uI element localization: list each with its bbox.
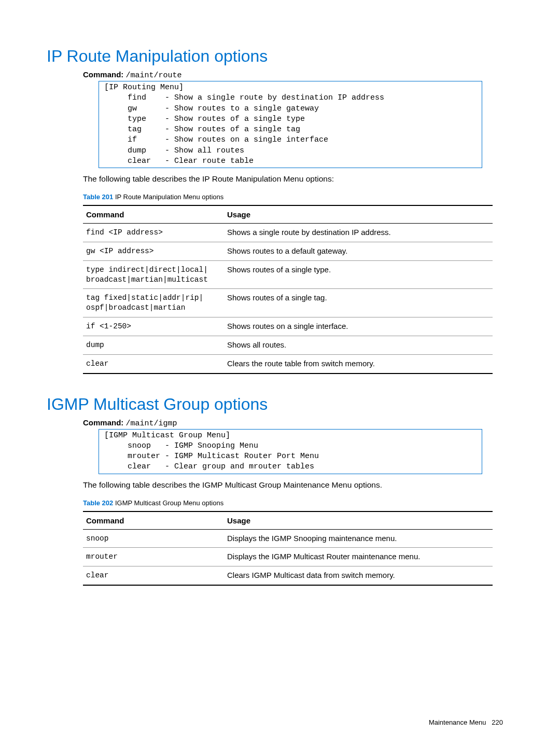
footer: Maintenance Menu 220 [429, 718, 503, 726]
command-path-1: /maint/route [126, 71, 182, 80]
table-caption-text-202: IGMP Multicast Group Menu options [113, 499, 223, 507]
table-row: type indirect|direct|local| broadcast|ma… [83, 260, 493, 289]
footer-text: Maintenance Menu [429, 718, 486, 726]
cell-usage: Shows all routes. [224, 336, 493, 354]
table-caption-202: Table 202 IGMP Multicast Group Menu opti… [83, 499, 513, 507]
table-row: if <1-250> Shows routes on a single inte… [83, 317, 493, 336]
cell-usage: Shows routes of a single type. [224, 260, 493, 289]
table-number-202: Table 202 [83, 499, 113, 507]
table-header-row: Command Usage [83, 205, 493, 224]
cell-usage: Shows routes on a single interface. [224, 317, 493, 336]
cell-command: snoop [83, 529, 224, 548]
table-row: snoop Displays the IGMP Snooping mainten… [83, 529, 493, 548]
cell-command: dump [83, 336, 224, 354]
page-container: IP Route Manipulation options Command: /… [0, 0, 560, 747]
cell-command: type indirect|direct|local| broadcast|ma… [83, 260, 224, 289]
section-title-igmp: IGMP Multicast Group options [47, 395, 513, 414]
col-header-usage: Usage [224, 205, 493, 224]
menu-box-igmp: [IGMP Multicast Group Menu] snoop - IGMP… [99, 429, 482, 474]
command-path-2: /maint/igmp [126, 419, 177, 428]
command-line-1: Command: /maint/route [83, 70, 513, 80]
table-ip-route-options: Command Usage find <IP address> Shows a … [83, 205, 493, 374]
cell-command: tag fixed|static|addr|rip| ospf|broadcas… [83, 289, 224, 317]
cell-command: if <1-250> [83, 317, 224, 336]
menu-box-ip-route: [IP Routing Menu] find - Show a single r… [99, 81, 482, 168]
command-label-2: Command: [83, 418, 123, 427]
table-header-row: Command Usage [83, 511, 493, 530]
table-caption-text-201: IP Route Manipulation Menu options [113, 193, 223, 201]
cell-usage: Shows routes of a single tag. [224, 289, 493, 317]
table-caption-201: Table 201 IP Route Manipulation Menu opt… [83, 193, 513, 201]
cell-usage: Shows routes to a default gateway. [224, 242, 493, 260]
table-row: tag fixed|static|addr|rip| ospf|broadcas… [83, 289, 493, 317]
page-number: 220 [492, 718, 503, 726]
cell-usage: Displays the IGMP Snooping maintenance m… [224, 529, 493, 548]
command-label-1: Command: [83, 70, 123, 79]
table-row: clear Clears IGMP Multicast data from sw… [83, 566, 493, 585]
cell-usage: Clears the route table from switch memor… [224, 354, 493, 373]
table-row: find <IP address> Shows a single route b… [83, 224, 493, 242]
cell-usage: Clears IGMP Multicast data from switch m… [224, 566, 493, 585]
cell-command: gw <IP address> [83, 242, 224, 260]
table-row: dump Shows all routes. [83, 336, 493, 354]
table-igmp-options: Command Usage snoop Displays the IGMP Sn… [83, 511, 493, 586]
col-header-usage: Usage [224, 511, 493, 530]
description-2: The following table describes the IGMP M… [83, 480, 513, 490]
table-number-201: Table 201 [83, 193, 113, 201]
table-row: mrouter Displays the IGMP Multicast Rout… [83, 548, 493, 566]
cell-usage: Shows a single route by destination IP a… [224, 224, 493, 242]
command-line-2: Command: /maint/igmp [83, 418, 513, 428]
cell-command: clear [83, 354, 224, 373]
col-header-command: Command [83, 205, 224, 224]
col-header-command: Command [83, 511, 224, 530]
cell-command: clear [83, 566, 224, 585]
cell-usage: Displays the IGMP Multicast Router maint… [224, 548, 493, 566]
table-row: gw <IP address> Shows routes to a defaul… [83, 242, 493, 260]
cell-command: find <IP address> [83, 224, 224, 242]
cell-command: mrouter [83, 548, 224, 566]
table-row: clear Clears the route table from switch… [83, 354, 493, 373]
section-title-ip-route: IP Route Manipulation options [47, 47, 513, 66]
description-1: The following table describes the IP Rou… [83, 174, 513, 184]
